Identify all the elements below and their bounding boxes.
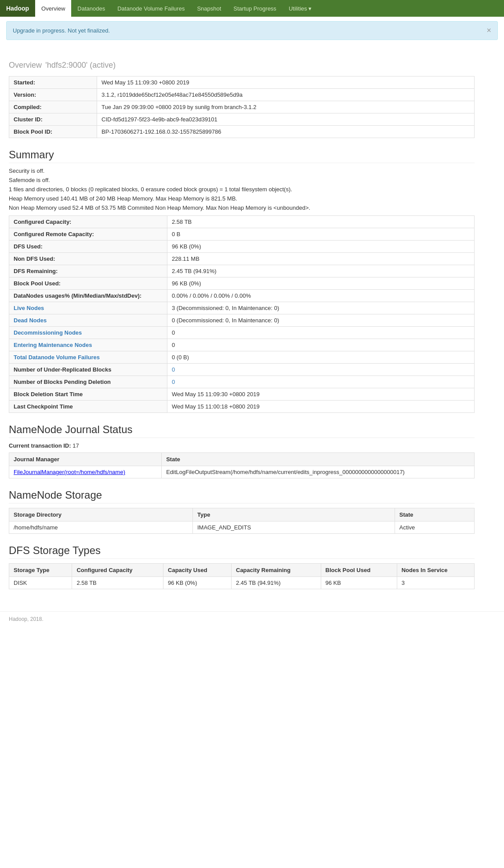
summary-row-label: Number of Under-Replicated Blocks: [9, 364, 167, 376]
summary-row: Configured Remote Capacity:0 B: [9, 228, 475, 241]
nav-item-snapshot[interactable]: Snapshot: [191, 0, 227, 17]
summary-row-value: 96 KB (0%): [167, 241, 475, 253]
dfs-row: DISK2.58 TB96 KB (0%)2.45 TB (94.91%)96 …: [9, 577, 475, 589]
dfs-configured: 2.58 TB: [72, 577, 163, 589]
info-label: Version:: [9, 89, 97, 101]
info-label: Started:: [9, 77, 97, 89]
journal-title: NameNode Journal Status: [9, 423, 475, 438]
dfs-type: DISK: [9, 577, 72, 589]
storage-col-header: Type: [192, 508, 395, 522]
nav-item-overview[interactable]: Overview: [35, 0, 71, 17]
summary-line: Non Heap Memory used 52.4 MB of 53.75 MB…: [9, 204, 475, 211]
summary-row-value: 2.58 TB: [167, 216, 475, 228]
summary-row-label: Non DFS Used:: [9, 253, 167, 265]
dfs-col-header: Capacity Used: [163, 564, 232, 577]
info-table: Started:Wed May 15 11:09:30 +0800 2019Ve…: [9, 76, 475, 138]
summary-table: Configured Capacity:2.58 TBConfigured Re…: [9, 215, 475, 413]
dfs-col-header: Nodes In Service: [397, 564, 474, 577]
storage-directory: /home/hdfs/name: [9, 522, 193, 534]
journal-col-header: State: [162, 453, 475, 466]
storage-title: NameNode Storage: [9, 489, 475, 503]
summary-line: Security is off.: [9, 168, 475, 174]
summary-row-value: 2.45 TB (94.91%): [167, 265, 475, 277]
dfs-title: DFS Storage Types: [9, 544, 475, 559]
nav-item-datanode-volume-failures[interactable]: Datanode Volume Failures: [111, 0, 191, 17]
summary-row: Last Checkpoint TimeWed May 15 11:00:18 …: [9, 401, 475, 413]
summary-row-value: 3 (Decommissioned: 0, In Maintenance: 0): [167, 302, 475, 314]
dfs-table: Storage TypeConfigured CapacityCapacity …: [9, 563, 475, 589]
alert-close-button[interactable]: ×: [486, 26, 491, 35]
summary-row-value: 0: [167, 364, 475, 376]
summary-row: Total Datanode Volume Failures0 (0 B): [9, 351, 475, 364]
summary-row-value: 0 B: [167, 228, 475, 241]
storage-row: /home/hdfs/nameIMAGE_AND_EDITSActive: [9, 522, 475, 534]
info-value: Tue Jan 29 09:39:00 +0800 2019 by sunilg…: [97, 101, 475, 113]
dfs-remaining: 2.45 TB (94.91%): [232, 577, 321, 589]
summary-row-label[interactable]: Dead Nodes: [9, 314, 167, 327]
summary-row-label: Configured Remote Capacity:: [9, 228, 167, 241]
info-value: 3.1.2, r1019dde65bcf12e05ef48ac71e84550d…: [97, 89, 475, 101]
info-row: Compiled:Tue Jan 29 09:39:00 +0800 2019 …: [9, 101, 475, 113]
journal-row: FileJournalManager(root=/home/hdfs/name)…: [9, 466, 475, 478]
summary-row-label: DFS Remaining:: [9, 265, 167, 277]
info-row: Started:Wed May 15 11:09:30 +0800 2019: [9, 77, 475, 89]
info-row: Version:3.1.2, r1019dde65bcf12e05ef48ac7…: [9, 89, 475, 101]
summary-row-value: 96 KB (0%): [167, 277, 475, 290]
dfs-col-header: Block Pool Used: [321, 564, 397, 577]
summary-row: Block Deletion Start TimeWed May 15 11:0…: [9, 388, 475, 401]
summary-row-label: DFS Used:: [9, 241, 167, 253]
transaction-id-line: Current transaction ID: 17: [9, 442, 475, 449]
dfs-used: 96 KB (0%): [163, 577, 232, 589]
summary-row: Number of Under-Replicated Blocks0: [9, 364, 475, 376]
summary-row-label: Last Checkpoint Time: [9, 401, 167, 413]
summary-row-value: 228.11 MB: [167, 253, 475, 265]
summary-row-value: 0: [167, 327, 475, 339]
summary-row-value: 0 (0 B): [167, 351, 475, 364]
nav-item-datanodes[interactable]: Datanodes: [71, 0, 111, 17]
summary-line: 1 files and directories, 0 blocks (0 rep…: [9, 186, 475, 193]
info-label: Cluster ID:: [9, 113, 97, 126]
storage-state: Active: [395, 522, 474, 534]
summary-row-label: DataNodes usages% (Min/Median/Max/stdDev…: [9, 290, 167, 302]
journal-table: Journal ManagerState FileJournalManager(…: [9, 452, 475, 478]
summary-line: Safemode is off.: [9, 177, 475, 183]
dfs-col-header: Configured Capacity: [72, 564, 163, 577]
footer-text: Hadoop, 2018.: [9, 616, 44, 622]
summary-row-label[interactable]: Decommissioning Nodes: [9, 327, 167, 339]
summary-row: DataNodes usages% (Min/Median/Max/stdDev…: [9, 290, 475, 302]
summary-lines: Security is off.Safemode is off.1 files …: [9, 168, 475, 211]
navbar: Hadoop Overview Datanodes Datanode Volum…: [0, 0, 504, 17]
storage-col-header: Storage Directory: [9, 508, 193, 522]
dfs-col-header: Capacity Remaining: [232, 564, 321, 577]
nav-item-utilities[interactable]: Utilities ▾: [283, 0, 318, 17]
summary-row-label: Number of Blocks Pending Deletion: [9, 376, 167, 388]
info-value: CID-fd5d1297-5f23-4e9b-abc9-fea023d39101: [97, 113, 475, 126]
journal-state: EditLogFileOutputStream(/home/hdfs/name/…: [162, 466, 475, 478]
summary-row-value: Wed May 15 11:00:18 +0800 2019: [167, 401, 475, 413]
summary-row: Decommissioning Nodes0: [9, 327, 475, 339]
main-content: Overview 'hdfs2:9000' (active) Started:W…: [0, 44, 483, 602]
storage-col-header: State: [395, 508, 474, 522]
summary-row-label[interactable]: Total Datanode Volume Failures: [9, 351, 167, 364]
page-title: Overview 'hdfs2:9000' (active): [9, 56, 475, 71]
summary-row: Block Pool Used:96 KB (0%): [9, 277, 475, 290]
nav-item-startup-progress[interactable]: Startup Progress: [227, 0, 283, 17]
summary-row-value: 0: [167, 376, 475, 388]
dfs-col-header: Storage Type: [9, 564, 72, 577]
page-subtitle: 'hdfs2:9000' (active): [45, 61, 116, 69]
summary-row-value: 0 (Decommissioned: 0, In Maintenance: 0): [167, 314, 475, 327]
dfs-nodes: 3: [397, 577, 474, 589]
alert-banner: Upgrade in progress. Not yet finalized. …: [6, 21, 498, 40]
summary-row: Non DFS Used:228.11 MB: [9, 253, 475, 265]
journal-col-header: Journal Manager: [9, 453, 162, 466]
summary-row-value: 0.00% / 0.00% / 0.00% / 0.00%: [167, 290, 475, 302]
summary-row-label[interactable]: Live Nodes: [9, 302, 167, 314]
info-value: Wed May 15 11:09:30 +0800 2019: [97, 77, 475, 89]
summary-row: Entering Maintenance Nodes0: [9, 339, 475, 351]
journal-manager: FileJournalManager(root=/home/hdfs/name): [9, 466, 162, 478]
summary-row: DFS Remaining:2.45 TB (94.91%): [9, 265, 475, 277]
summary-row-label[interactable]: Entering Maintenance Nodes: [9, 339, 167, 351]
summary-row: Configured Capacity:2.58 TB: [9, 216, 475, 228]
summary-row-label: Block Pool Used:: [9, 277, 167, 290]
brand-logo: Hadoop: [0, 0, 35, 17]
